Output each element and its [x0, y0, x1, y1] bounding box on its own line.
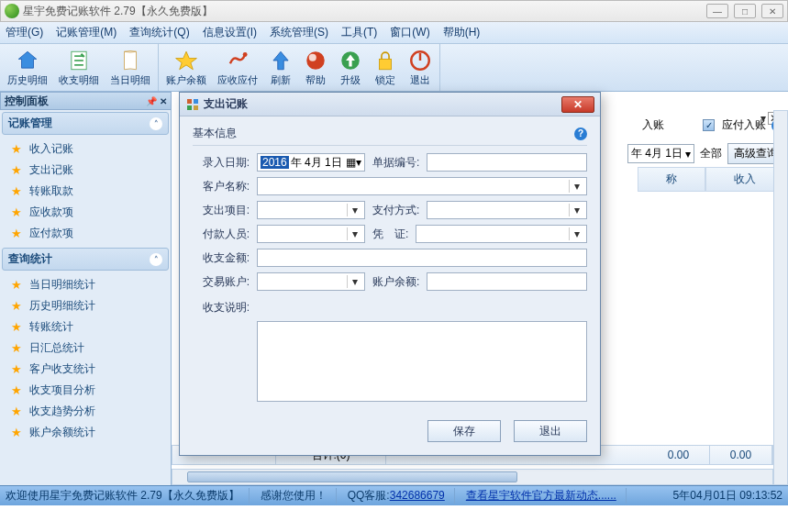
menu-system[interactable]: 系统管理(S) [270, 25, 328, 40]
tb-balance-label: 账户余额 [166, 73, 206, 87]
input-payer[interactable]: ▾ [257, 225, 365, 243]
tb-lock[interactable]: 锁定 [368, 44, 403, 91]
horizontal-scrollbar[interactable] [172, 469, 773, 485]
star-icon: ★ [11, 383, 22, 397]
chevron-up-icon: ˄ [150, 117, 162, 130]
input-customer[interactable]: ▾ [257, 177, 587, 195]
tb-detail[interactable]: 收支明细 [53, 44, 105, 91]
tb-payable[interactable]: 应收应付 [212, 44, 263, 91]
tb-today[interactable]: 当日明细 [105, 44, 156, 91]
star-icon: ★ [11, 362, 22, 376]
svg-point-9 [309, 53, 316, 61]
sum-v1: 0.00 [648, 446, 710, 464]
input-balance[interactable] [427, 272, 587, 291]
menubar: 管理(G) 记账管理(M) 查询统计(Q) 信息设置(I) 系统管理(S) 工具… [0, 22, 788, 44]
dialog-icon [185, 97, 200, 112]
news-link[interactable]: 查看星宇软件官方最新动态...... [466, 489, 616, 502]
pin-icon[interactable]: 📌 ✕ [146, 96, 167, 106]
section-query-label: 查询统计 [8, 251, 52, 267]
input-date[interactable]: 2016 年 4月 1日 ▦▾ [257, 153, 365, 172]
menu-window[interactable]: 窗口(W) [390, 25, 429, 40]
statusbar: 欢迎使用星宇免费记账软件 2.79【永久免费版】 感谢您使用！ QQ客服:342… [0, 485, 788, 505]
maximize-button[interactable]: □ [734, 4, 756, 18]
input-voucher[interactable]: ▾ [416, 225, 587, 243]
tb-help[interactable]: 帮助 [298, 44, 333, 91]
vertical-scrollbar[interactable] [773, 110, 788, 485]
svg-rect-16 [194, 99, 198, 104]
dialog-close-button[interactable]: ✕ [561, 96, 594, 113]
sidebar-item-trend-analysis[interactable]: ★收支趋势分析 [0, 401, 171, 422]
menu-info[interactable]: 信息设置(I) [203, 25, 257, 40]
save-button[interactable]: 保存 [427, 420, 501, 442]
svg-marker-7 [273, 51, 288, 70]
filter-date[interactable]: 年 4月 1日▾ [627, 144, 694, 163]
menu-query[interactable]: 查询统计(Q) [129, 25, 189, 40]
grid-col-name[interactable]: 称 [638, 167, 705, 192]
input-billno[interactable] [427, 153, 587, 172]
status-time: 5年04月01日 09:13:52 [673, 488, 782, 504]
status-welcome: 欢迎使用星宇免费记账软件 2.79【永久免费版】 [6, 488, 250, 504]
exit-button[interactable]: 退出 [514, 420, 587, 442]
sidebar-item-history-stat[interactable]: ★历史明细统计 [0, 295, 171, 316]
sidebar-item-customer-stat[interactable]: ★客户收支统计 [0, 359, 171, 380]
sidebar-item-income[interactable]: ★收入记账 [0, 139, 171, 160]
svg-marker-5 [176, 51, 197, 70]
input-project[interactable]: ▾ [257, 201, 365, 219]
tb-lock-label: 锁定 [375, 73, 395, 87]
label-billno: 单据编号: [372, 155, 419, 171]
qq-link[interactable]: 342686679 [390, 489, 445, 502]
sidebar-item-transfer-stat[interactable]: ★转账统计 [0, 316, 171, 338]
input-amount[interactable] [257, 249, 587, 267]
tb-today-label: 当日明细 [110, 73, 150, 87]
sidebar-item-project-analysis[interactable]: ★收支项目分析 [0, 380, 171, 401]
svg-marker-0 [18, 51, 37, 68]
section-query[interactable]: 查询统计 ˄ [2, 248, 169, 271]
star-icon: ★ [11, 341, 22, 355]
input-paymethod[interactable]: ▾ [427, 201, 587, 219]
dialog-title: 支出记账 [204, 96, 248, 112]
svg-rect-18 [194, 105, 198, 110]
sidebar-item-payable[interactable]: ★应付款项 [0, 223, 171, 244]
star-icon: ★ [11, 163, 22, 177]
minimize-button[interactable]: — [706, 4, 728, 18]
menu-accounting[interactable]: 记账管理(M) [56, 25, 117, 40]
label-date: 录入日期: [193, 155, 250, 171]
label-voucher: 凭 证: [372, 227, 408, 242]
tb-payable-label: 应收应付 [217, 73, 258, 87]
label-remark: 收支说明: [193, 300, 250, 316]
menu-manage[interactable]: 管理(G) [6, 25, 43, 40]
label-paymethod: 支付方式: [372, 203, 419, 218]
tb-upgrade[interactable]: 升级 [333, 44, 368, 91]
help-icon[interactable]: ? [574, 127, 587, 140]
menu-help[interactable]: 帮助(H) [443, 25, 481, 40]
sidebar-item-receivable[interactable]: ★应收款项 [0, 202, 171, 223]
input-remark[interactable] [257, 321, 587, 402]
close-button[interactable]: ✕ [761, 4, 783, 18]
checkbox-payable[interactable]: ✓ [703, 119, 715, 131]
sidebar-item-today-stat[interactable]: ★当日明细统计 [0, 274, 171, 295]
sidebar-item-transfer[interactable]: ★转账取款 [0, 181, 171, 202]
menu-tools[interactable]: 工具(T) [341, 25, 377, 40]
star-icon: ★ [11, 405, 22, 418]
input-account[interactable]: ▾ [257, 272, 365, 291]
dialog-titlebar[interactable]: 支出记账 ✕ [180, 93, 600, 116]
sidebar-item-daily-stat[interactable]: ★日汇总统计 [0, 338, 171, 359]
star-icon: ★ [11, 142, 22, 156]
star-icon: ★ [11, 205, 22, 219]
window-titlebar: 星宇免费记账软件 2.79【永久免费版】 — □ ✕ [0, 0, 788, 22]
expense-dialog: 支出记账 ✕ 基本信息 ? 录入日期: 2016 年 4月 1日 ▦▾ 单据编号… [179, 92, 601, 456]
tb-balance[interactable]: 账户余额 [161, 44, 212, 91]
section-accounting[interactable]: 记账管理 ˄ [2, 112, 169, 135]
tb-history[interactable]: 历史明细 [2, 44, 53, 91]
sum-v2: 0.00 [710, 446, 772, 464]
sidebar-item-expense[interactable]: ★支出记账 [0, 160, 171, 181]
tb-help-label: 帮助 [305, 73, 326, 87]
tb-refresh[interactable]: 刷新 [263, 44, 298, 91]
label-customer: 客户名称: [193, 179, 250, 194]
label-payer: 付款人员: [193, 227, 250, 242]
label-amount: 收支金额: [193, 250, 250, 266]
accounting-items: ★收入记账 ★支出记账 ★转账取款 ★应收款项 ★应付款项 [0, 137, 171, 246]
toolbar: 历史明细 收支明细 当日明细 账户余额 应收应付 刷新 帮助 升级 锁定 退出 [0, 44, 788, 92]
tb-exit[interactable]: 退出 [403, 44, 438, 91]
sidebar-item-balance-stat[interactable]: ★账户余额统计 [0, 422, 171, 443]
